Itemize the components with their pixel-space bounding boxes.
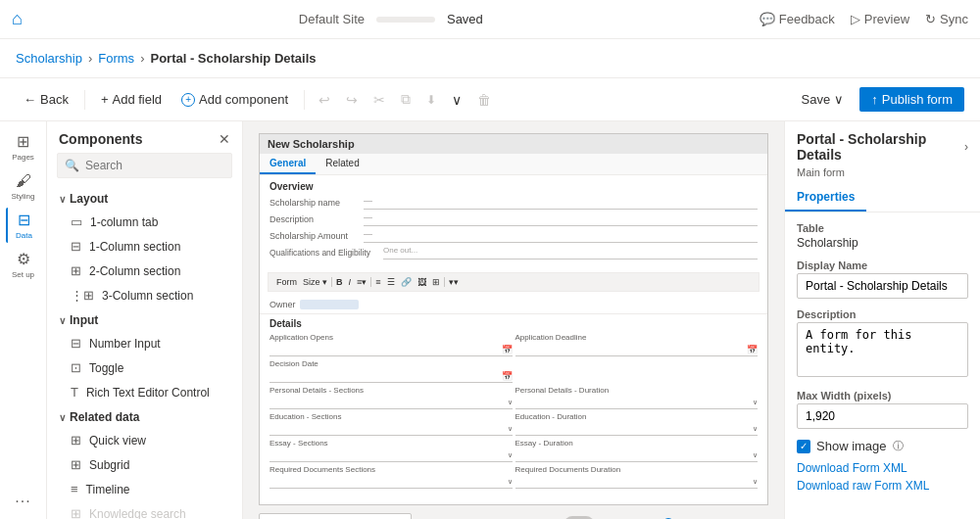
component-1col-tab[interactable]: ▭ 1-column tab [47, 210, 242, 234]
nav-item-pages[interactable]: ⊞ Pages [6, 129, 41, 165]
essay-duration-label: Essay - Duration [515, 439, 759, 448]
2col-section-icon: ⊞ [71, 263, 81, 278]
breadcrumb-sep-2: › [140, 51, 144, 66]
nav-item-data[interactable]: ⊟ Data [6, 208, 41, 243]
max-width-label: Max Width (pixels) [797, 390, 968, 401]
related-data-label: Related data [70, 410, 139, 424]
personal-sections-label: Personal Details - Sections [270, 386, 513, 395]
details-section: Details Application Opens 📅 Application … [260, 313, 767, 493]
panel-content: ∨ Layout ▭ 1-column tab ⊟ 1-Column secti… [47, 186, 242, 519]
add-component-button[interactable]: + Add component [173, 87, 296, 112]
component-timeline[interactable]: ≡ Timeline [47, 477, 242, 501]
quick-view-label: Quick view [89, 434, 146, 448]
rt-form: Form [274, 276, 299, 288]
styling-icon: 🖌 [16, 172, 31, 190]
form-tab-general[interactable]: General [260, 154, 316, 174]
delete-button[interactable]: 🗑 [471, 87, 497, 113]
3col-section-icon: ⋮⊞ [71, 288, 94, 303]
rt-italic[interactable]: I [347, 276, 354, 288]
form-tab-related[interactable]: Related [316, 154, 368, 174]
detail-personal-duration: Personal Details - Duration ∨ [515, 386, 759, 409]
component-toggle[interactable]: ⊡ Toggle [47, 355, 242, 380]
sync-button[interactable]: ↻ Sync [925, 12, 968, 26]
undo-button[interactable]: ↩ [313, 87, 336, 113]
checkbox-check: ✓ [800, 441, 808, 451]
subgrid-icon: ⊞ [71, 457, 81, 472]
breadcrumb-item-2[interactable]: Forms [98, 51, 134, 66]
panel-header: Components ✕ [47, 121, 242, 153]
component-rich-text[interactable]: T Rich Text Editor Control [47, 380, 242, 404]
toolbar: ← Back + Add field + Add component ↩ ↪ ✂… [0, 78, 980, 121]
tab-properties[interactable]: Properties [785, 184, 866, 212]
toolbar-left: ← Back + Add field + Add component ↩ ↪ ✂… [16, 86, 497, 113]
input-section-header[interactable]: ∨ Input [47, 307, 242, 331]
layout-section-header[interactable]: ∨ Layout [47, 186, 242, 210]
component-quick-view[interactable]: ⊞ Quick view [47, 428, 242, 452]
rt-more[interactable]: ▾▾ [447, 276, 461, 288]
description-textarea[interactable]: A form for this entity. [797, 322, 968, 377]
rt-link[interactable]: 🔗 [399, 276, 414, 288]
download-form-xml-link[interactable]: Download Form XML [797, 461, 968, 475]
save-button[interactable]: Save ∨ [794, 87, 853, 112]
rt-bold[interactable]: B [334, 276, 345, 288]
download-raw-form-xml-link[interactable]: Download raw Form XML [797, 479, 968, 493]
req-docs-duration-label: Required Documents Duration [515, 465, 759, 474]
search-input[interactable] [57, 153, 232, 178]
quick-view-icon: ⊞ [71, 433, 81, 448]
preview-button[interactable]: ▷ Preview [851, 12, 909, 26]
expand-icon[interactable]: › [964, 140, 968, 154]
prop-header: Portal - Scholarship Details › [785, 121, 980, 166]
component-1col-section[interactable]: ⊟ 1-Column section [47, 234, 242, 259]
rt-list[interactable]: ☰ [385, 276, 397, 288]
rt-more-formatting[interactable]: ≡▾ [355, 276, 368, 288]
input-chevron: ∨ [59, 315, 66, 326]
breadcrumb: Scholarship › Forms › Portal - Scholarsh… [0, 39, 980, 78]
component-knowledge-search[interactable]: ⊞ Knowledge search [47, 501, 242, 519]
edu-duration-label: Education - Duration [515, 412, 759, 421]
nav-item-styling[interactable]: 🖌 Styling [6, 168, 41, 204]
knowledge-search-icon: ⊞ [71, 506, 81, 519]
component-number-input[interactable]: ⊟ Number Input [47, 331, 242, 355]
detail-req-docs-sections: Required Documents Sections ∨ [270, 465, 513, 489]
form-preview-header: New Scholarship [260, 134, 767, 154]
form-tabs: General Related [260, 154, 767, 175]
related-data-section-header[interactable]: ∨ Related data [47, 404, 242, 428]
scholarship-name-field: Scholarship name — [270, 196, 758, 210]
nav-item-more[interactable]: ··· [6, 484, 41, 519]
info-icon[interactable]: ⓘ [893, 439, 904, 453]
back-button[interactable]: ← Back [16, 87, 76, 112]
nav-item-setup[interactable]: ⚙ Set up [6, 247, 41, 282]
req-docs-sections-arrow: ∨ [508, 478, 513, 486]
device-selector[interactable]: 🖥 Desktop (1920 x 1080) ∨ [259, 513, 412, 519]
rt-table[interactable]: ⊞ [430, 276, 442, 288]
redo-button[interactable]: ↪ [340, 87, 364, 113]
max-width-section: Max Width (pixels) [797, 390, 968, 429]
more-button[interactable]: ∨ [446, 87, 467, 113]
copy-button[interactable]: ⧉ [395, 86, 416, 113]
layout-section-label: Layout [70, 192, 108, 206]
essay-duration-value: ∨ [515, 448, 759, 462]
breadcrumb-item-1[interactable]: Scholarship [16, 51, 82, 66]
show-image-checkbox[interactable]: ✓ [797, 440, 810, 453]
close-panel-icon[interactable]: ✕ [219, 131, 230, 147]
owner-value [300, 300, 359, 309]
feedback-button[interactable]: 💬 Feedback [760, 12, 835, 26]
component-2col-section[interactable]: ⊞ 2-Column section [47, 259, 242, 283]
publish-form-button[interactable]: ↑ Publish form [859, 87, 964, 112]
paste-button[interactable]: ⬇ [420, 88, 442, 112]
max-width-input[interactable] [797, 403, 968, 429]
cut-button[interactable]: ✂ [368, 87, 391, 113]
publish-icon: ↑ [871, 92, 878, 107]
component-subgrid[interactable]: ⊞ Subgrid [47, 452, 242, 477]
display-name-section: Display Name [797, 260, 968, 299]
site-name-bar [376, 17, 435, 23]
component-3col-section[interactable]: ⋮⊞ 3-Column section [47, 283, 242, 307]
hidden-toggle[interactable] [564, 516, 594, 520]
add-field-button[interactable]: + Add field [93, 87, 170, 112]
rt-align[interactable]: ≡ [373, 276, 382, 288]
top-bar-logo: ⌂ [12, 9, 23, 29]
display-name-input[interactable] [797, 273, 968, 299]
number-input-icon: ⊟ [71, 336, 81, 351]
app-deadline-cal: 📅 [747, 345, 758, 354]
rt-image[interactable]: 🖼 [416, 276, 428, 288]
